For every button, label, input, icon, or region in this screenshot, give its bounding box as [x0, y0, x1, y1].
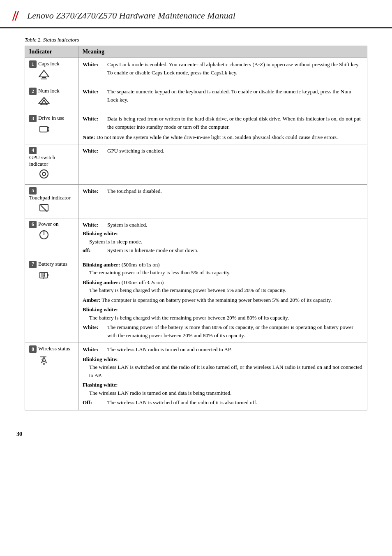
indicator-icon-7 — [38, 269, 74, 283]
table-row: 2Num lockWhite: The separate numeric key… — [25, 85, 367, 112]
indicator-number-2: 2 — [29, 88, 37, 95]
meaning-cell-6: White: System is enabled.Blinking white:… — [78, 218, 367, 258]
status-table: Indicator Meaning 1Caps lockWhite: Caps … — [25, 46, 367, 410]
svg-rect-5 — [40, 126, 47, 132]
col-indicator: Indicator — [25, 46, 78, 58]
indicator-label-2: Num lock — [38, 88, 60, 94]
svg-rect-2 — [41, 79, 47, 79]
svg-marker-0 — [39, 70, 49, 77]
indicator-cell-7: 7Battery status — [25, 258, 78, 343]
main-content: Table 2. Status indicators Indicator Mea… — [0, 37, 392, 427]
table-row: 4GPU switch indicatorWhite: GPU switchin… — [25, 144, 367, 184]
table-caption: Table 2. Status indicators — [25, 37, 367, 43]
indicator-cell-6: 6Power on — [25, 218, 78, 258]
indicator-icon-8 — [38, 354, 74, 367]
indicator-icon-4 — [38, 168, 74, 182]
indicator-cell-1: 1Caps lock — [25, 58, 78, 85]
svg-rect-13 — [47, 274, 48, 276]
logo: // — [12, 8, 21, 23]
indicator-cell-8: 8Wireless status — [25, 343, 78, 410]
indicator-label-3: Drive in use — [38, 115, 65, 121]
page-number: 30 — [16, 431, 22, 437]
indicator-label-8: Wireless status — [38, 345, 70, 352]
page-title: Lenovo Z370/Z470/Z570 Hardware Maintenan… — [27, 10, 235, 21]
svg-rect-1 — [42, 77, 46, 78]
meaning-cell-5: White: The touchpad is disabled. — [78, 184, 367, 218]
indicator-cell-4: 4GPU switch indicator — [25, 144, 78, 184]
table-row: 7Battery statusBlinking amber: (500ms of… — [25, 258, 367, 343]
page-footer: 30 — [0, 427, 392, 442]
meaning-cell-3: White: Data is being read from or writte… — [78, 112, 367, 144]
indicator-label-4: GPU switch indicator — [29, 154, 74, 167]
indicator-label-5: Touchpad indicator — [29, 195, 71, 201]
meaning-cell-2: White: The separate numeric keypad on th… — [78, 85, 367, 112]
indicator-cell-3: 3Drive in use — [25, 112, 78, 144]
indicator-icon-2 — [38, 96, 74, 109]
meaning-cell-7: Blinking amber: (500ms off/1s on)The rem… — [78, 258, 367, 343]
indicator-cell-2: 2Num lock — [25, 85, 78, 112]
svg-rect-17 — [41, 359, 42, 359]
indicator-number-6: 6 — [29, 221, 37, 228]
indicator-number-4: 4 — [29, 147, 37, 154]
svg-point-7 — [42, 172, 46, 176]
meaning-cell-4: White: GPU switching is enabled. — [78, 144, 367, 184]
table-row: 6Power onWhite: System is enabled.Blinki… — [25, 218, 367, 258]
indicator-number-5: 5 — [29, 187, 37, 195]
svg-rect-14 — [41, 273, 44, 277]
indicator-number-3: 3 — [29, 115, 37, 122]
indicator-icon-1 — [38, 69, 74, 82]
table-row: 3Drive in useWhite: Data is being read f… — [25, 112, 367, 144]
indicator-number-1: 1 — [29, 60, 37, 68]
col-meaning: Meaning — [78, 46, 367, 58]
indicator-label-6: Power on — [38, 221, 58, 227]
indicator-label-1: Caps lock — [38, 60, 60, 67]
svg-point-18 — [43, 363, 45, 365]
indicator-icon-3 — [38, 123, 74, 137]
indicator-number-7: 7 — [29, 261, 37, 268]
table-row: 5Touchpad indicatorWhite: The touchpad i… — [25, 184, 367, 218]
logo-icon: // — [12, 8, 17, 23]
indicator-number-8: 8 — [29, 345, 37, 353]
table-row: 8Wireless statusWhite: The wireless LAN … — [25, 343, 367, 410]
meaning-cell-1: White: Caps Lock mode is enabled. You ca… — [78, 58, 367, 85]
meaning-cell-8: White: The wireless LAN radio is turned … — [78, 343, 367, 410]
indicator-cell-5: 5Touchpad indicator — [25, 184, 78, 218]
table-row: 1Caps lockWhite: Caps Lock mode is enabl… — [25, 58, 367, 85]
table-header-row: Indicator Meaning — [25, 46, 367, 58]
indicator-icon-5 — [38, 202, 74, 215]
svg-rect-16 — [40, 356, 46, 357]
page-header: // Lenovo Z370/Z470/Z570 Hardware Mainte… — [0, 0, 392, 28]
svg-point-6 — [40, 170, 48, 178]
indicator-label-7: Battery status — [38, 261, 67, 267]
indicator-icon-6 — [38, 229, 74, 243]
